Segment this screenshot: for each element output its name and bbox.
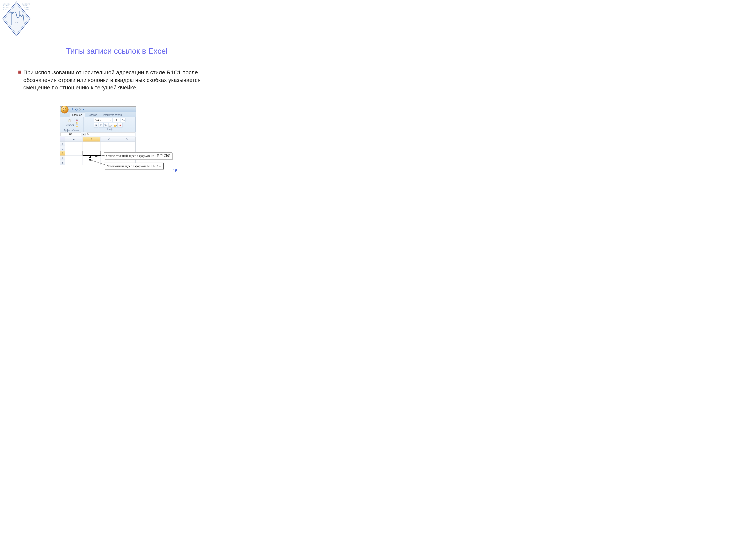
group-clipboard-label: Буфер обмена (64, 129, 79, 132)
bullet-text: При использовании относительной адресаци… (23, 69, 217, 91)
row-header[interactable]: 2 (60, 146, 65, 151)
name-box[interactable]: B3 (60, 133, 81, 136)
increase-font-icon[interactable]: A▴ (121, 118, 126, 122)
redo-icon[interactable] (79, 108, 82, 111)
svg-rect-35 (114, 126, 116, 127)
callout-absolute: Абсолютный адрес в формате RC: R3C2 (104, 163, 163, 169)
save-icon[interactable] (70, 108, 73, 111)
chevron-down-icon: ▾ (118, 119, 119, 122)
tab-layout[interactable]: Разметка стран (100, 112, 125, 117)
underline-button[interactable]: Ч▾ (103, 123, 108, 128)
chevron-down-icon: ▾ (110, 119, 111, 122)
fx-input[interactable]: fx (85, 133, 135, 136)
bold-button[interactable]: Ж (94, 123, 98, 128)
formula-bar: B3 ▾ fx (60, 132, 135, 137)
body-text-block: При использовании относительной адресаци… (18, 69, 217, 91)
svg-text:TACCCCCATC: TACCCCCATC (22, 3, 30, 5)
font-name-combo[interactable]: Calibri ▾ (94, 118, 112, 122)
ribbon-body: Вставить (60, 117, 135, 132)
namebox-dropdown-icon[interactable]: ▾ (82, 132, 85, 137)
fill-color-button[interactable]: ▾ (113, 123, 118, 128)
svg-rect-24 (69, 119, 70, 120)
quick-access-toolbar: ▾ (70, 108, 84, 111)
callout-absolute-text: Абсолютный адрес в формате RC: (106, 164, 153, 168)
paste-button[interactable]: Вставить (65, 118, 75, 126)
font-size-value: 11 (114, 119, 117, 122)
svg-marker-21 (75, 109, 76, 110)
tab-home[interactable]: Главная (69, 112, 85, 117)
group-font: Calibri ▾ 11 ▾ A▴ Ж (84, 117, 135, 132)
format-painter-icon[interactable] (75, 126, 78, 129)
callout-absolute-value: R3C2 (153, 164, 161, 168)
col-header-B[interactable]: B (83, 137, 100, 142)
undo-icon[interactable] (75, 108, 77, 111)
tab-insert[interactable]: Вставка (85, 112, 100, 117)
row-header[interactable]: 1 (60, 142, 65, 146)
ribbon-tabs: Главная Вставка Разметка стран (60, 112, 135, 117)
svg-rect-25 (69, 120, 70, 122)
svg-rect-16 (64, 110, 65, 111)
paste-label: Вставить (65, 124, 75, 126)
col-header-A[interactable]: A (65, 137, 83, 142)
row-header[interactable]: 4 (60, 156, 65, 160)
svg-rect-30 (76, 126, 78, 127)
group-font-label: Шрифт (106, 128, 113, 131)
svg-rect-31 (77, 127, 77, 128)
svg-point-13 (63, 108, 66, 111)
callout-relative: Относительный адрес в формате RC: R[0]C[… (104, 152, 172, 159)
selected-cell[interactable] (83, 151, 100, 156)
fx-label: fx (87, 133, 89, 136)
font-color-button[interactable]: A (118, 123, 123, 128)
select-all-corner[interactable] (60, 137, 65, 142)
qat-dropdown-icon[interactable]: ▾ (83, 108, 84, 111)
svg-text:CACCATC: CACCATC (24, 7, 29, 8)
svg-rect-29 (77, 122, 78, 124)
cut-icon[interactable] (75, 118, 78, 121)
office-button[interactable] (61, 106, 69, 113)
svg-marker-22 (80, 109, 81, 110)
svg-rect-19 (71, 108, 73, 109)
page-number: 15 (173, 168, 177, 173)
copy-icon[interactable] (75, 122, 78, 125)
group-clipboard: Вставить (60, 117, 84, 132)
row-header[interactable]: 5 (60, 160, 65, 165)
slide: ATA.CATA A.AATATA ATA.CAT ATAAC TACCCCCA… (0, 0, 233, 175)
svg-rect-12 (18, 71, 21, 74)
svg-text:ATAAC: ATAAC (3, 9, 7, 10)
svg-text:A.AATATA: A.AATATA (3, 5, 9, 7)
excel-figure: ▾ Главная Вставка Разметка стран Вставит… (60, 106, 189, 174)
font-name-value: Calibri (95, 119, 102, 122)
svg-rect-14 (64, 109, 65, 110)
svg-rect-17 (65, 110, 66, 111)
svg-rect-15 (65, 109, 66, 110)
col-header-D[interactable]: D (118, 137, 135, 142)
row-header[interactable]: 3 (60, 151, 65, 156)
bullet-item: При использовании относительной адресаци… (18, 69, 217, 91)
bullet-icon (18, 71, 21, 74)
svg-text:A.CATC: A.CATC (25, 9, 29, 10)
slide-title: Типы записи ссылок в Excel (0, 47, 233, 56)
svg-text:ATA.CAT: ATA.CAT (3, 7, 8, 8)
font-size-combo[interactable]: 11 ▾ (113, 118, 120, 122)
italic-button[interactable]: К (99, 123, 103, 128)
callout-relative-text: Относительный адрес в формате RC: (106, 154, 157, 158)
svg-text:1847: 1847 (15, 21, 18, 23)
excel-titlebar: ▾ (60, 107, 135, 112)
svg-rect-20 (71, 109, 73, 110)
callout-relative-value: R[0]C[0] (157, 154, 170, 158)
borders-button[interactable]: ▾ (108, 123, 113, 128)
university-logo: ATA.CATA A.AATATA ATA.CAT ATAAC TACCCCCA… (1, 1, 31, 37)
col-header-C[interactable]: C (100, 137, 118, 142)
spreadsheet-grid[interactable]: A B C D 1 2 3 4 5 (60, 137, 135, 165)
svg-text:ATA.CATA: ATA.CATA (3, 3, 10, 5)
svg-text:CCCCA.C: CCCCA.C (23, 5, 29, 7)
